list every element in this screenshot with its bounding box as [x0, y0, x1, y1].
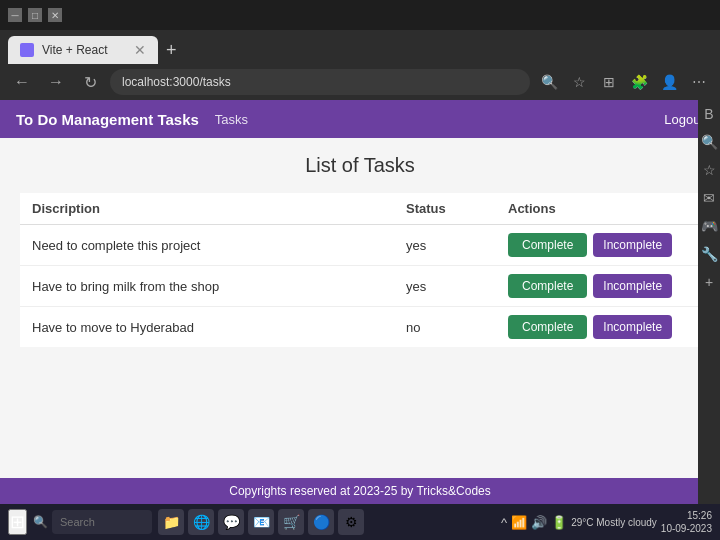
page-title: List of Tasks: [20, 154, 700, 177]
search-icon[interactable]: 🔍: [536, 69, 562, 95]
table-row: Need to complete this projectyesComplete…: [20, 225, 700, 266]
table-head: Discription Status Actions: [20, 193, 700, 225]
browser-chrome: ─ □ ✕ Vite + React ✕ + ← → ↻ 🔍 ☆ ⊞ 🧩 👤 ⋯: [0, 0, 720, 100]
taskbar-app4[interactable]: 📧: [248, 509, 274, 535]
taskbar-app3[interactable]: 💬: [218, 509, 244, 535]
collection-icon[interactable]: ⊞: [596, 69, 622, 95]
url-input[interactable]: [110, 69, 530, 95]
window-controls: ─ □ ✕: [8, 8, 62, 22]
task-actions: CompleteIncomplete: [496, 307, 700, 348]
toolbar-icons: 🔍 ☆ ⊞ 🧩 👤 ⋯: [536, 69, 712, 95]
star-icon[interactable]: ☆: [566, 69, 592, 95]
maximize-button[interactable]: □: [28, 8, 42, 22]
taskbar-network-icon[interactable]: 📶: [511, 515, 527, 530]
task-status: no: [394, 307, 496, 348]
sidebar-games-icon[interactable]: 🎮: [699, 216, 719, 236]
taskbar-battery-icon[interactable]: 🔋: [551, 515, 567, 530]
col-header-actions: Actions: [496, 193, 700, 225]
tab-close-button[interactable]: ✕: [134, 42, 146, 58]
footer-text: Copyrights reserved at 2023-25 by Tricks…: [229, 484, 490, 498]
nav-brand: To Do Management Tasks: [16, 111, 199, 128]
forward-button[interactable]: →: [42, 68, 70, 96]
complete-button[interactable]: Complete: [508, 233, 587, 257]
sidebar-bing-icon[interactable]: B: [699, 104, 719, 124]
nav-tasks-link[interactable]: Tasks: [215, 112, 248, 127]
task-description: Have to move to Hyderabad: [20, 307, 394, 348]
col-header-description: Discription: [20, 193, 394, 225]
taskbar-apps: 📁 🌐 💬 📧 🛒 🔵 ⚙: [158, 509, 364, 535]
table-header-row: Discription Status Actions: [20, 193, 700, 225]
task-status: yes: [394, 225, 496, 266]
task-status: yes: [394, 266, 496, 307]
incomplete-button[interactable]: Incomplete: [593, 274, 672, 298]
main-content: List of Tasks Discription Status Actions…: [0, 138, 720, 363]
app-wrapper: To Do Management Tasks Tasks Logout List…: [0, 100, 720, 504]
nav-left: To Do Management Tasks Tasks: [16, 111, 248, 128]
incomplete-button[interactable]: Incomplete: [593, 233, 672, 257]
sidebar-tools-icon[interactable]: 🔧: [699, 244, 719, 264]
search-magnifier-icon: 🔍: [33, 515, 48, 529]
taskbar-time-display: 15:26: [661, 509, 712, 522]
table-body: Need to complete this projectyesComplete…: [20, 225, 700, 348]
table-row: Have to bring milk from the shopyesCompl…: [20, 266, 700, 307]
new-tab-button[interactable]: +: [158, 36, 185, 64]
tab-bar: Vite + React ✕ +: [0, 30, 720, 64]
task-description: Need to complete this project: [20, 225, 394, 266]
tab-label: Vite + React: [42, 43, 107, 57]
weather-temp: 29°C Mostly cloudy: [571, 516, 657, 529]
taskbar-app5[interactable]: 🛒: [278, 509, 304, 535]
app-footer: Copyrights reserved at 2023-25 by Tricks…: [0, 478, 720, 504]
sidebar-favorites-icon[interactable]: ☆: [699, 160, 719, 180]
sidebar-mail-icon[interactable]: ✉: [699, 188, 719, 208]
taskbar-volume-icon[interactable]: 🔊: [531, 515, 547, 530]
taskbar-clock: 15:26 10-09-2023: [661, 509, 712, 535]
tab-favicon: [20, 43, 34, 57]
edge-sidebar: B 🔍 ☆ ✉ 🎮 🔧 +: [698, 100, 720, 504]
refresh-button[interactable]: ↻: [76, 68, 104, 96]
taskbar-app6[interactable]: 🔵: [308, 509, 334, 535]
taskbar: ⊞ 🔍 📁 🌐 💬 📧 🛒 🔵 ⚙ ^ 📶 🔊 🔋 29°C Mostly cl…: [0, 504, 720, 540]
taskbar-search-area: 🔍: [33, 510, 152, 534]
table-row: Have to move to HyderabadnoCompleteIncom…: [20, 307, 700, 348]
address-bar: ← → ↻ 🔍 ☆ ⊞ 🧩 👤 ⋯: [0, 64, 720, 100]
taskbar-date-display: 10-09-2023: [661, 522, 712, 535]
taskbar-search-input[interactable]: [52, 510, 152, 534]
task-description: Have to bring milk from the shop: [20, 266, 394, 307]
close-button[interactable]: ✕: [48, 8, 62, 22]
task-actions: CompleteIncomplete: [496, 225, 700, 266]
complete-button[interactable]: Complete: [508, 274, 587, 298]
sidebar-search-icon[interactable]: 🔍: [699, 132, 719, 152]
taskbar-weather: 29°C Mostly cloudy: [571, 516, 657, 529]
incomplete-button[interactable]: Incomplete: [593, 315, 672, 339]
col-header-status: Status: [394, 193, 496, 225]
task-actions: CompleteIncomplete: [496, 266, 700, 307]
taskbar-file-explorer[interactable]: 📁: [158, 509, 184, 535]
menu-icon[interactable]: ⋯: [686, 69, 712, 95]
minimize-button[interactable]: ─: [8, 8, 22, 22]
profile-icon[interactable]: 👤: [656, 69, 682, 95]
taskbar-edge[interactable]: 🌐: [188, 509, 214, 535]
active-tab[interactable]: Vite + React ✕: [8, 36, 158, 64]
title-bar: ─ □ ✕: [0, 0, 720, 30]
taskbar-chevron-icon[interactable]: ^: [501, 515, 507, 530]
complete-button[interactable]: Complete: [508, 315, 587, 339]
app-nav: To Do Management Tasks Tasks Logout: [0, 100, 720, 138]
extension-icon[interactable]: 🧩: [626, 69, 652, 95]
back-button[interactable]: ←: [8, 68, 36, 96]
start-button[interactable]: ⊞: [8, 509, 27, 535]
sidebar-add-icon[interactable]: +: [699, 272, 719, 292]
taskbar-app7[interactable]: ⚙: [338, 509, 364, 535]
taskbar-system-icons: ^ 📶 🔊 🔋 29°C Mostly cloudy 15:26 10-09-2…: [501, 509, 712, 535]
task-table: Discription Status Actions Need to compl…: [20, 193, 700, 347]
